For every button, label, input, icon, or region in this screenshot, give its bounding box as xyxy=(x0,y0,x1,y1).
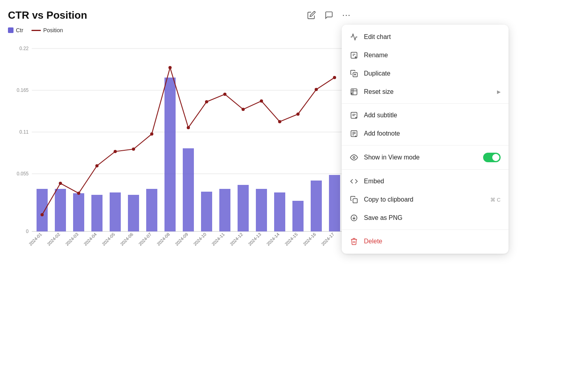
context-menu: Edit chart Rename Duplicate xyxy=(342,25,509,254)
rename-label: Rename xyxy=(364,52,501,59)
delete-label: Delete xyxy=(364,238,501,245)
svg-rect-26 xyxy=(329,175,340,231)
menu-item-show-view-mode[interactable]: Show in View mode xyxy=(342,148,509,167)
svg-text:2024-08: 2024-08 xyxy=(156,232,170,247)
svg-rect-16 xyxy=(146,189,157,231)
legend-ctr-color xyxy=(8,27,14,33)
svg-text:2024-04: 2024-04 xyxy=(83,232,97,247)
resize-icon xyxy=(350,87,358,96)
show-view-mode-toggle[interactable] xyxy=(483,153,501,162)
footnote-icon xyxy=(350,129,358,138)
svg-text:2024-13: 2024-13 xyxy=(247,232,262,247)
chart-icon xyxy=(350,33,358,41)
svg-point-42 xyxy=(315,88,318,91)
svg-rect-21 xyxy=(238,185,249,231)
chart-container: CTR vs Position ··· Ctr xyxy=(8,8,354,247)
legend-ctr-label: Ctr xyxy=(16,27,23,33)
svg-rect-23 xyxy=(274,192,285,231)
chart-actions: ··· xyxy=(304,8,354,22)
svg-point-28 xyxy=(59,182,62,185)
svg-text:2024-03: 2024-03 xyxy=(64,232,79,247)
edit-chart-label: Edit chart xyxy=(364,33,501,41)
svg-point-34 xyxy=(168,66,172,69)
svg-point-41 xyxy=(296,113,300,116)
menu-item-add-subtitle[interactable]: Add subtitle xyxy=(342,106,509,124)
more-button[interactable]: ··· xyxy=(339,8,354,22)
svg-rect-22 xyxy=(256,189,267,231)
svg-text:2024-10: 2024-10 xyxy=(192,232,207,247)
svg-point-35 xyxy=(187,126,190,129)
menu-item-embed[interactable]: Embed xyxy=(342,172,509,190)
svg-text:0.11: 0.11 xyxy=(19,129,29,135)
menu-item-duplicate[interactable]: Duplicate xyxy=(342,64,509,83)
svg-rect-14 xyxy=(110,192,121,231)
reset-size-arrow: ▶ xyxy=(497,89,501,95)
legend-position: Position xyxy=(31,27,63,33)
svg-text:0: 0 xyxy=(26,229,29,234)
svg-text:2024-15: 2024-15 xyxy=(284,232,298,247)
embed-icon xyxy=(350,177,358,186)
reset-size-label: Reset size xyxy=(364,88,491,95)
svg-point-32 xyxy=(132,148,135,151)
svg-point-38 xyxy=(242,108,245,111)
divider-2 xyxy=(342,145,509,146)
menu-item-save-png[interactable]: Save as PNG xyxy=(342,209,509,227)
svg-rect-11 xyxy=(55,189,66,231)
save-png-label: Save as PNG xyxy=(364,214,501,221)
svg-rect-13 xyxy=(91,195,103,231)
svg-text:2024-11: 2024-11 xyxy=(211,232,225,247)
svg-point-37 xyxy=(223,93,226,96)
svg-rect-12 xyxy=(73,193,84,231)
svg-text:0.22: 0.22 xyxy=(19,46,29,51)
show-view-mode-label: Show in View mode xyxy=(364,154,478,161)
legend-ctr: Ctr xyxy=(8,27,23,33)
svg-text:2024-14: 2024-14 xyxy=(265,232,280,247)
svg-text:2024-01: 2024-01 xyxy=(28,232,43,247)
divider-3 xyxy=(342,169,509,170)
svg-point-39 xyxy=(260,99,263,103)
svg-point-40 xyxy=(278,120,281,123)
svg-text:2024-12: 2024-12 xyxy=(229,232,244,247)
edit-button[interactable] xyxy=(304,8,319,22)
legend-position-color xyxy=(31,30,41,31)
svg-point-30 xyxy=(95,164,99,167)
duplicate-icon xyxy=(350,69,358,78)
svg-point-33 xyxy=(150,132,153,136)
svg-rect-15 xyxy=(128,195,139,231)
menu-item-delete[interactable]: Delete xyxy=(342,232,509,251)
copy-clipboard-label: Copy to clipboard xyxy=(364,196,485,203)
menu-item-rename[interactable]: Rename xyxy=(342,46,509,64)
svg-text:2024-06: 2024-06 xyxy=(119,232,134,247)
menu-item-add-footnote[interactable]: Add footnote xyxy=(342,124,509,143)
svg-text:2024-05: 2024-05 xyxy=(101,232,116,247)
chart-header: CTR vs Position ··· xyxy=(8,8,354,22)
trash-icon xyxy=(350,237,358,246)
svg-rect-85 xyxy=(353,199,358,203)
svg-text:0.165: 0.165 xyxy=(17,87,29,93)
svg-rect-17 xyxy=(164,78,176,231)
add-subtitle-label: Add subtitle xyxy=(364,112,501,119)
svg-point-36 xyxy=(205,100,208,103)
embed-label: Embed xyxy=(364,178,501,185)
duplicate-label: Duplicate xyxy=(364,70,501,77)
legend-position-label: Position xyxy=(43,27,63,33)
svg-rect-24 xyxy=(292,201,304,231)
chart-legend: Ctr Position xyxy=(8,27,354,33)
svg-rect-18 xyxy=(183,148,194,231)
divider-1 xyxy=(342,103,509,104)
subtitle-icon xyxy=(350,111,358,120)
svg-text:2024-02: 2024-02 xyxy=(46,232,61,247)
comment-button[interactable] xyxy=(322,8,336,22)
svg-rect-20 xyxy=(219,189,230,231)
copy-shortcut: ⌘ C xyxy=(490,197,501,203)
menu-item-copy-clipboard[interactable]: Copy to clipboard ⌘ C xyxy=(342,190,509,209)
rename-icon xyxy=(350,51,358,60)
menu-item-edit-chart[interactable]: Edit chart xyxy=(342,28,509,46)
svg-rect-10 xyxy=(37,189,48,231)
svg-text:2024-16: 2024-16 xyxy=(302,232,317,247)
chart-area: 0.22 0.165 0.11 0.055 0 xyxy=(8,37,350,247)
eye-icon xyxy=(350,153,358,162)
svg-point-29 xyxy=(77,192,80,195)
menu-item-reset-size[interactable]: Reset size ▶ xyxy=(342,83,509,101)
svg-rect-19 xyxy=(201,192,212,231)
